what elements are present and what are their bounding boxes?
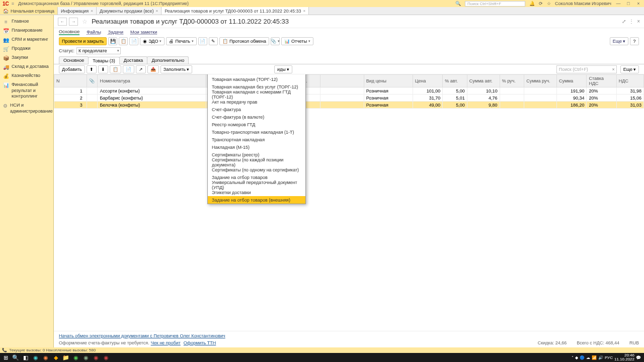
dropdown-item[interactable]: Универсальный передаточный документ (УПД… [208,181,305,189]
col-sum[interactable]: Сумма [557,75,587,87]
sidebar-item-finance[interactable]: 📊Финансовый результат и контроллинг [0,80,53,101]
sidebar-item-crm[interactable]: 👥CRM и маркетинг [0,35,53,44]
tray-wifi-icon[interactable]: 📶 [592,355,597,360]
table-row[interactable]: 2Барбарис (конфеты)3,000кгРозничная31,70… [54,95,644,102]
taskview-icon[interactable]: ◧ [21,353,30,361]
table-cell[interactable]: Барбарис (конфеты) [98,95,206,102]
dropdown-item[interactable]: Товарная накладная с номерами ГТД (ТОРГ-… [208,90,305,98]
history-icon[interactable]: ⟳ [539,1,543,6]
app-icon-5[interactable]: ◉ [102,353,111,361]
table-cell[interactable]: 2 [54,95,87,102]
star-icon[interactable]: ☆ [547,1,551,6]
table-cell[interactable] [524,87,557,95]
tray-icon-3[interactable]: ☁ [586,355,590,360]
copy-button[interactable]: 📋 [110,65,121,73]
dropdown-item[interactable]: Счет-фактура [208,106,305,113]
table-cell[interactable]: Розничная [364,102,413,109]
table-cell[interactable]: 5,00 [443,102,467,109]
table-cell[interactable]: 10,10 [467,87,500,95]
protocol-button[interactable]: 📋 Протокол обмена [219,37,269,45]
edge-icon[interactable]: ◉ [31,353,40,361]
table-cell[interactable]: 90,34 [557,95,587,102]
tray-chevron-icon[interactable]: ˄ [572,355,574,360]
table-cell[interactable] [500,87,524,95]
col-suma[interactable]: Сумма авт. [467,75,500,87]
table-cell[interactable]: 49,00 [413,102,442,109]
tray-icon-2[interactable]: 🔵 [580,355,585,360]
tray-notifications-icon[interactable]: 💬 [636,355,641,360]
user-name[interactable]: Соколов Максим Игоревич [555,1,611,6]
up-button[interactable]: ⬆ [87,65,97,73]
edo-button[interactable]: ◉ ЭДО▾ [140,37,165,45]
table-cell[interactable]: 191,90 [557,87,587,95]
table-cell[interactable] [320,87,364,95]
table-cell[interactable] [500,102,524,109]
vidy-button[interactable]: иды ▾ [274,65,292,73]
export-button[interactable]: 📤 [147,65,159,73]
tab-docs[interactable]: Документы продажи (все)× [97,7,162,15]
table-cell[interactable]: 20% [587,102,616,109]
add-button[interactable]: Добавить [59,65,85,73]
post-button[interactable]: 📋 [119,37,128,45]
table-cell[interactable]: Белочка (конфеты) [98,102,206,109]
dropdown-item[interactable]: Транспортная накладная [208,136,305,143]
table-cell[interactable] [524,102,557,109]
tray-clock[interactable]: 20:46 11.10.2022 [614,353,634,361]
app-icon-2[interactable]: ◉ [71,353,80,361]
help-button[interactable]: ? [630,37,639,45]
table-cell[interactable]: 15,06 [616,95,643,102]
dropdown-item[interactable]: Товарная накладная (ТОРГ-12) [208,75,305,83]
col-n[interactable]: N [54,75,87,87]
close-icon[interactable]: × [303,9,306,13]
table-cell[interactable]: 3 [54,102,87,109]
more-icon[interactable]: ⋮ [629,19,634,24]
ttn-link[interactable]: Оформить ТТН [184,340,216,345]
status-combo[interactable]: К предоплате [76,47,121,54]
subnav-files[interactable]: Файлы [87,30,101,35]
table-cell[interactable]: 1 [54,87,87,95]
save-button[interactable]: 💾 [108,37,117,45]
dropdown-item[interactable]: Сертификаты (по одному на сертификат) [208,166,305,173]
paste-button[interactable]: 📄 [123,65,134,73]
col-pctm[interactable]: % руч. [500,75,524,87]
sidebar-item-admin[interactable]: ⚙НСИ и администрирование [0,101,53,116]
check-link[interactable]: Чек не пробит [151,340,181,345]
table-cell[interactable] [500,95,524,102]
app-icon-4[interactable]: ◉ [92,353,101,361]
inner-tab-main[interactable]: Основное [59,56,89,64]
sidebar-item-planning[interactable]: 📅Планирование [0,26,53,35]
bell-icon[interactable]: 🔔 [529,1,535,6]
col-vatrate[interactable]: Ставка НДС [587,75,616,87]
col-price[interactable]: Цена [413,75,442,87]
sidebar-item-warehouse[interactable]: 🚚Склад и доставка [0,62,53,71]
table-cell[interactable]: 101,00 [413,87,442,95]
col-summ[interactable]: Сумма руч. [524,75,557,87]
system-tray[interactable]: ˄ ◆ 🔵 ☁ 📶 🔊 РУС 20:46 11.10.2022 💬 [572,353,643,361]
tray-icon-1[interactable]: ◆ [575,355,578,360]
table-cell[interactable] [87,87,98,95]
table-cell[interactable] [524,95,557,102]
dropdown-item[interactable]: Реестр номеров ГТД [208,121,305,128]
col-icon[interactable]: 📎 [87,75,98,87]
reports-button[interactable]: 📊 Отчеты▾ [281,37,313,45]
table-cell[interactable]: 31,03 [616,102,643,109]
app-icon-1[interactable]: ◆ [51,353,60,361]
inner-tab-goods[interactable]: Товары (3) [88,57,119,64]
sidebar-item-purchases[interactable]: 📦Закупки [0,53,53,62]
col-pcta[interactable]: % авт. [443,75,467,87]
sidebar-item-sales[interactable]: 🛒Продажи [0,44,53,53]
tab-realization[interactable]: Реализация товаров и услуг ТД00-000003 о… [162,7,309,15]
back-button[interactable]: ← [58,18,67,26]
table-cell[interactable]: Розничная [364,95,413,102]
menu-icon[interactable]: ≡ [12,1,14,6]
close-button[interactable]: × [635,1,641,6]
table-cell[interactable] [87,102,98,109]
dropdown-item[interactable]: Накладная (М-15) [208,143,305,151]
dropdown-item[interactable]: Счет-фактура (в валюте) [208,113,305,121]
table-search-input[interactable]: Поиск (Ctrl+F) [556,65,617,73]
edo-start-link[interactable]: Начать обмен электронными документами с … [59,333,639,338]
global-search-input[interactable]: Поиск Ctrl+Shift+F [465,1,525,7]
chrome-icon[interactable]: ◉ [41,353,50,361]
table-cell[interactable]: 9,80 [467,102,500,109]
dropdown-item[interactable]: Сертификаты (по каждой позиции документа… [208,158,305,166]
